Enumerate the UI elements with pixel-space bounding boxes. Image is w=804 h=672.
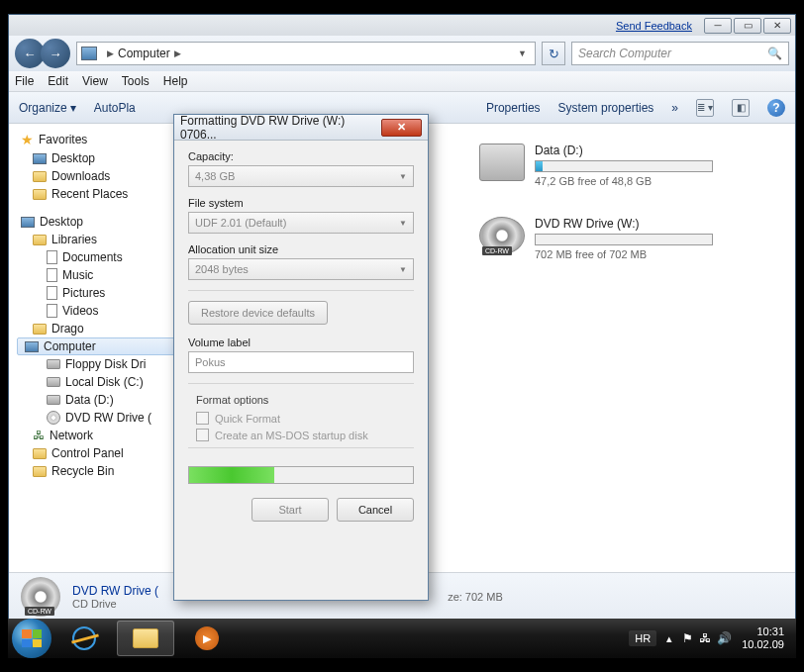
folder-icon [33,189,47,200]
sidebar-item-recent[interactable]: Recent Places [13,185,181,203]
minimize-button[interactable]: ─ [704,18,732,34]
dialog-title: Formatting DVD RW Drive (W:) 0706... [180,114,381,142]
search-input[interactable]: Search Computer 🔍 [571,42,789,65]
start-button[interactable] [12,619,51,658]
sidebar-item-downloads[interactable]: Downloads [13,167,181,185]
sidebar-item-videos[interactable]: Videos [13,302,181,320]
menu-tools[interactable]: Tools [122,74,150,88]
nav-bar: ← → ▶ Computer ▶ ▼ ↻ Search Computer 🔍 [9,36,795,71]
format-progress-bar [188,466,414,484]
search-placeholder: Search Computer [578,47,671,60]
taskbar-app-wmp[interactable]: ▶ [178,621,236,656]
filesystem-select[interactable]: UDF 2.01 (Default)▼ [188,212,414,234]
libraries-icon [33,235,47,245]
volume-icon[interactable]: 🔊 [717,631,732,645]
help-icon[interactable]: ? [767,99,785,117]
drive-name: Data (D:) [535,144,713,157]
allocation-label: Allocation unit size [188,243,414,255]
refresh-button[interactable]: ↻ [542,42,565,65]
wmp-icon: ▶ [195,626,219,650]
preview-pane-button[interactable]: ◧ [732,99,750,117]
sidebar-item-recycle[interactable]: Recycle Bin [13,462,181,480]
sidebar-item-computer[interactable]: Computer [17,337,177,355]
restore-defaults-button[interactable]: Restore device defaults [188,301,328,325]
taskbar-app-explorer[interactable] [117,621,174,656]
menu-file[interactable]: File [15,74,34,88]
action-center-icon[interactable]: ⚑ [682,631,693,645]
organize-button[interactable]: Organize ▾ [19,101,76,115]
menu-help[interactable]: Help [163,74,188,88]
toolbar-more[interactable]: » [671,101,678,115]
dialog-close-button[interactable]: ✕ [381,119,422,137]
disc-icon [47,411,60,425]
sidebar-item-drago[interactable]: Drago [13,320,181,337]
breadcrumb[interactable]: ▶ Computer ▶ ▼ [76,42,536,65]
sidebar-item-libraries[interactable]: Libraries [13,231,181,248]
dialog-titlebar[interactable]: Formatting DVD RW Drive (W:) 0706... ✕ [174,115,428,141]
quick-format-checkbox[interactable]: Quick Format [196,412,414,425]
forward-button[interactable]: → [41,39,70,68]
drive-icon [47,377,60,387]
sidebar-item-datad[interactable]: Data (D:) [13,391,181,409]
breadcrumb-item[interactable]: Computer [118,47,170,60]
sidebar-item-music[interactable]: Music [13,266,181,284]
allocation-select[interactable]: 2048 bytes▼ [188,258,414,280]
user-folder-icon [33,324,47,335]
volume-label-input[interactable]: Pokus [188,351,414,373]
view-mode-button[interactable]: ≣ ▾ [696,99,714,117]
sidebar: ★Favorites Desktop Downloads Recent Plac… [9,124,182,572]
taskbar: ▶ HR ▴ ⚑ 🖧 🔊 10:31 10.02.09 [8,619,796,658]
desktop-icon [21,217,35,228]
computer-icon [81,47,97,60]
videos-icon [47,304,57,318]
chevron-down-icon: ▼ [399,265,407,274]
drive-name: DVD RW Drive (W:) [535,217,713,231]
sidebar-item-floppy[interactable]: Floppy Disk Dri [13,355,181,373]
sidebar-item-desktop[interactable]: Desktop [13,149,181,167]
close-button[interactable]: ✕ [763,18,791,34]
storage-bar [535,160,713,172]
document-icon [47,250,57,264]
sidebar-item-pictures[interactable]: Pictures [13,284,181,302]
floppy-icon [47,359,60,369]
maximize-button[interactable]: ▭ [734,18,761,34]
language-indicator[interactable]: HR [629,630,656,646]
computer-icon [25,341,39,352]
capacity-select[interactable]: 4,38 GB▼ [188,165,414,187]
chevron-down-icon: ▼ [399,219,407,228]
chevron-down-icon: ▾ [70,101,76,115]
capacity-label: Capacity: [188,150,414,162]
taskbar-app-ie[interactable] [55,621,113,656]
music-icon [47,268,57,282]
drive-card-dvd[interactable]: CD-RW DVD RW Drive (W:) 702 MB free of 7… [479,217,775,260]
chevron-right-icon: ▶ [174,48,181,58]
volume-label-label: Volume label [188,336,414,348]
clock-date: 10.02.09 [742,638,784,651]
properties-button[interactable]: Properties [486,101,541,115]
details-size: ze: 702 MB [448,591,503,603]
sidebar-item-cpanel[interactable]: Control Panel [13,444,181,462]
menu-view[interactable]: View [82,74,108,88]
drive-card-data[interactable]: Data (D:) 47,2 GB free of 48,8 GB [479,144,775,187]
sidebar-desktop-root[interactable]: Desktop [13,213,181,231]
disc-icon: CD-RW [21,577,60,617]
chevron-down-icon[interactable]: ▼ [518,48,527,58]
clock-time: 10:31 [742,625,784,638]
menu-edit[interactable]: Edit [48,74,68,88]
sidebar-item-network[interactable]: 🖧Network [13,427,181,444]
system-properties-button[interactable]: System properties [558,101,654,115]
sidebar-favorites[interactable]: ★Favorites [13,130,181,149]
sidebar-item-dvdrw[interactable]: DVD RW Drive ( [13,409,181,427]
sidebar-item-localc[interactable]: Local Disk (C:) [13,373,181,391]
clock[interactable]: 10:31 10.02.09 [742,625,784,651]
send-feedback-link[interactable]: Send Feedback [616,20,692,32]
hdd-icon [479,144,525,181]
autoplay-button[interactable]: AutoPla [94,101,136,115]
sidebar-item-documents[interactable]: Documents [13,248,181,266]
start-button[interactable]: Start [251,498,329,522]
tray-chevron-icon[interactable]: ▴ [666,632,672,645]
network-tray-icon[interactable]: 🖧 [699,631,711,645]
cancel-button[interactable]: Cancel [337,498,414,522]
details-name: DVD RW Drive ( [72,584,158,598]
msdos-disk-checkbox[interactable]: Create an MS-DOS startup disk [196,429,414,441]
